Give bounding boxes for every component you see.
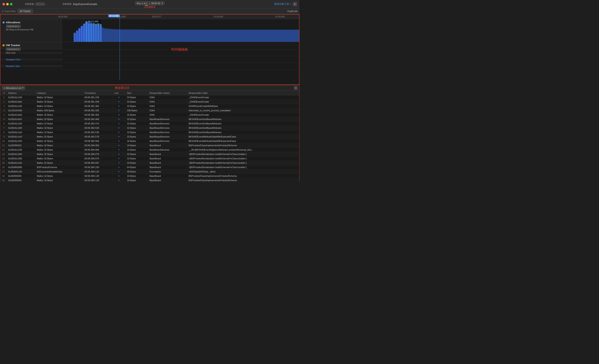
- table-header: # Address Category Timestamp Live Size R…: [0, 91, 299, 95]
- allocations-title: Allocations: [6, 21, 20, 24]
- timer-display: 00:00:30: [151, 2, 160, 5]
- allocations-sublabel: All Heap & Anonymous VM: [2, 28, 60, 31]
- table-row: 120x282d1c240Malloc 32 Bytes00:08.384.06…: [0, 148, 299, 152]
- table-toolbar: ≡ Allocations List ▾ 数据展示区 ⊞: [0, 85, 299, 91]
- grid-view-button[interactable]: ⊞: [294, 86, 298, 90]
- close-button[interactable]: [2, 3, 5, 5]
- col-live: Live: [113, 91, 125, 95]
- timer-separator: |: [149, 2, 150, 5]
- device-label: 目标设备: [25, 2, 34, 6]
- titlebar: 目标设备 (17.1.1) › 目标进程 ZegoExpressExample …: [0, 0, 300, 8]
- vm-tracker-header: VM Tracker Instrument ⚙: [0, 42, 62, 49]
- table-row: 00x282d1c140Malloc 32 Bytes00:08.381.243…: [0, 95, 299, 100]
- data-area-annotation: 数据展示区: [115, 86, 130, 90]
- vm-resident-label: Resident Size: [0, 65, 62, 67]
- vm-resident-row: Resident Size: [0, 63, 299, 70]
- col-timestamp: Timestamp: [83, 91, 113, 95]
- col-size: Size: [125, 91, 148, 95]
- table-row: 110x282f00020Malloc 32 Bytes00:08.384.05…: [0, 143, 299, 148]
- time-ruler-inner: 00:00.000 00:13.800 00:30.577 01:00.000 …: [62, 15, 299, 19]
- minimize-button[interactable]: [6, 3, 9, 5]
- vm-sub-rows: Dirty Size Swapped Size Resident Size: [0, 50, 299, 70]
- badge-settings-icon: ⚙: [18, 25, 19, 27]
- allocations-list-button[interactable]: ≡ Allocations List ▾: [2, 86, 25, 90]
- table-body: 00x282d1c140Malloc 32 Bytes00:08.381.243…: [0, 95, 299, 182]
- data-table[interactable]: # Address Category Timestamp Live Size R…: [0, 91, 299, 182]
- traffic-lights: [2, 3, 12, 5]
- allocations-content[interactable]: 28.73 MiB: [62, 19, 299, 42]
- allocations-header: Allocations Instrument ⚙ All Heap & Anon…: [0, 19, 62, 42]
- process-section: 目标进程 ZegoExpressExample: [62, 2, 97, 6]
- table-row: 70x282d1c180Malloc 32 Bytes00:08.382.530…: [0, 126, 299, 130]
- vm-tracker-track: VM Tracker Instrument ⚙ Dirty Size: [0, 42, 299, 70]
- run-label: Run 1 of 1: [137, 2, 148, 5]
- run-info-bar: Run 1 of 1 | 00:00:30 ℹ: [135, 1, 165, 5]
- playhead-label: 00:13.800: [108, 15, 120, 17]
- table-row: 10x282d1c0e0Malloc 32 Bytes00:08.381.259…: [0, 100, 299, 104]
- filter-icon: ⊙: [2, 10, 4, 12]
- allocations-chart: 28.73 MiB: [62, 19, 299, 42]
- table-row: 30x1251043d0Malloc 336 Bytes00:08.382.33…: [0, 108, 299, 113]
- all-tracks-button[interactable]: All Tracks: [18, 9, 33, 13]
- vm-tracker-header-row: VM Tracker Instrument ⚙: [0, 42, 299, 50]
- allocations-badge[interactable]: Instrument ⚙: [6, 25, 21, 28]
- vm-tracker-name-row: VM Tracker: [2, 44, 60, 47]
- run-section: Run 1 of 1 | 00:00:30 ℹ 活动观察器: [135, 0, 165, 9]
- filter-text: Track Filter: [4, 10, 16, 12]
- vm-swapped-content[interactable]: [62, 56, 299, 62]
- list-title: Allocations List: [6, 87, 21, 89]
- table-row: 20x282d1c100Malloc 32 Bytes00:08.381.381…: [0, 104, 299, 108]
- allocations-table: # Address Category Timestamp Live Size R…: [0, 91, 299, 182]
- table-row: 80x282d1c1a0Malloc 32 Bytes00:08.382.535…: [0, 130, 299, 134]
- table-row: 170x282831c40NSConcreteMutableData00:08.…: [0, 169, 299, 174]
- process-label: 目标进程: [62, 2, 71, 6]
- table-row: 40x282d1c0a0Malloc 32 Bytes00:08.382.405…: [0, 113, 299, 117]
- table-row: 150x282d1c2a0Malloc 32 Bytes00:08.384.09…: [0, 161, 299, 165]
- table-row: 90x282d1c1e0Malloc 32 Bytes00:08.382.578…: [0, 134, 299, 139]
- vm-resident-content[interactable]: [62, 63, 299, 69]
- maximize-button[interactable]: [10, 3, 12, 5]
- table-row: 190x282f00040Malloc 16 Bytes00:08.384.13…: [0, 178, 299, 182]
- grid-icon: ⊞: [295, 87, 297, 89]
- col-category: Category: [35, 91, 83, 95]
- add-tool-button[interactable]: 添加分析工具 +: [274, 2, 291, 6]
- time-ruler: 00:00.000 00:13.800 00:30.577 01:00.000 …: [0, 15, 299, 19]
- time-marker-4: 01:30.000: [275, 16, 285, 18]
- vm-dirty-label: Dirty Size: [0, 52, 62, 54]
- timeline-area: 00:00.000 00:13.800 00:30.577 01:00.000 …: [0, 14, 300, 85]
- allocations-name-row: Allocations: [2, 21, 60, 24]
- vm-dirty-row: Dirty Size: [0, 50, 299, 56]
- col-number: #: [0, 91, 7, 95]
- table-row: 130x282d1c260Malloc 32 Bytes00:08.384.07…: [0, 152, 299, 156]
- table-row: 140x282d1c280Malloc 32 Bytes00:08.384.07…: [0, 156, 299, 161]
- list-icon: ≡: [4, 87, 5, 89]
- vm-swapped-row: Swapped Size: [0, 56, 299, 63]
- col-address: Address: [7, 91, 35, 95]
- data-area: ≡ Allocations List ▾ 数据展示区 ⊞ # Address C…: [0, 85, 300, 182]
- table-row: 50x282d1c0c0Malloc 32 Bytes00:08.382.468…: [0, 117, 299, 122]
- vm-tracker-dot: [2, 44, 5, 46]
- device-chevron-icon: ›: [46, 3, 47, 6]
- vm-dirty-content[interactable]: [62, 50, 299, 56]
- table-row: 180x282f00030Malloc 16 Bytes00:08.384.12…: [0, 174, 299, 178]
- main-toolbar: ⊙ Track Filter All Tracks Duplicate: [0, 8, 300, 14]
- playhead-container[interactable]: 00:13.800: [114, 15, 125, 17]
- info-icon[interactable]: ℹ: [162, 2, 163, 5]
- allocations-dot: [2, 21, 5, 24]
- device-section: 目标设备 (17.1.1) ›: [25, 2, 47, 6]
- table-row: 160x283800080BSProtobufSchema00:08.384.1…: [0, 165, 299, 169]
- time-marker-2: 00:30.577: [152, 16, 161, 18]
- process-name: ZegoExpressExample: [73, 3, 97, 6]
- list-dropdown-icon: ▾: [22, 87, 23, 89]
- vm-tracker-main-content[interactable]: [62, 42, 299, 49]
- collapse-button[interactable]: ▼: [293, 2, 297, 6]
- col-library: Responsible Library: [148, 91, 187, 95]
- vm-tracker-title: VM Tracker: [6, 44, 20, 47]
- table-row: 60x282d1c160Malloc 32 Bytes00:08.382.474…: [0, 122, 299, 126]
- time-marker-0: 00:00.000: [58, 16, 68, 18]
- table-row: 100x282d1c200Malloc 32 Bytes00:08.382.58…: [0, 139, 299, 143]
- duplicate-button[interactable]: Duplicate: [287, 10, 298, 13]
- track-filter-label: ⊙ Track Filter: [2, 10, 16, 12]
- time-marker-3: 01:00.000: [214, 16, 223, 18]
- active-observer-label: 活动观察器: [144, 5, 155, 9]
